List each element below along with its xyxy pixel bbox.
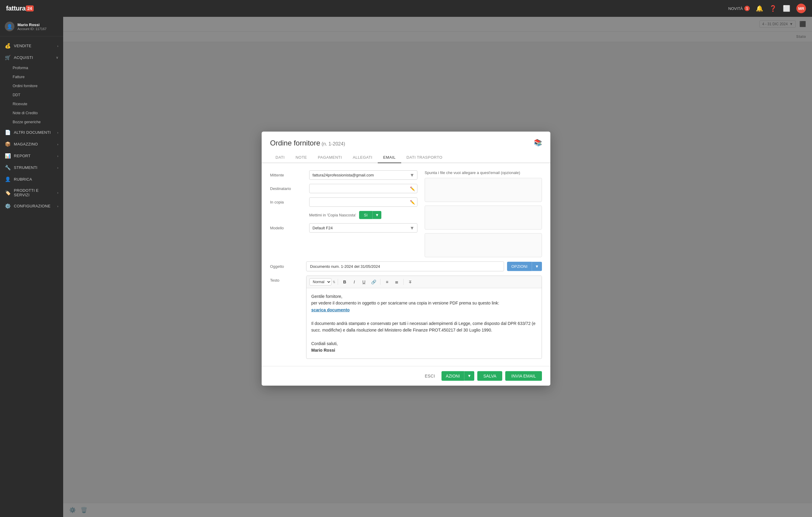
testo-editor-wrapper: Normal ⇅ B I U 🔗 ≡ ≣ T̶ xyxy=(306,276,542,359)
sidebar-sub-fatture[interactable]: Fatture xyxy=(0,72,63,82)
bcc-toggle-arrow[interactable]: ▼ xyxy=(372,211,381,219)
editor-toolbar: Normal ⇅ B I U 🔗 ≡ ≣ T̶ xyxy=(307,276,542,288)
azioni-button[interactable]: AZIONI xyxy=(441,371,464,381)
attachment-box-3 xyxy=(425,233,542,257)
destinatario-row: Destinatario ✏️ xyxy=(270,184,417,193)
rubrica-icon: 👤 xyxy=(5,177,11,182)
novita-count: 1 xyxy=(744,6,750,11)
format-select[interactable]: Normal xyxy=(310,278,331,285)
testo-row: Testo Normal ⇅ B I U xyxy=(270,276,542,359)
sidebar-item-label: VENDITE xyxy=(14,43,54,48)
salva-button[interactable]: SALVA xyxy=(477,371,502,381)
oggetto-input[interactable] xyxy=(306,262,504,271)
user-icon: 👤 xyxy=(5,22,14,31)
in-copia-label: In copia xyxy=(270,197,303,204)
sidebar-sub-ddt[interactable]: DDT xyxy=(0,90,63,99)
invia-email-button[interactable]: INVIA EMAIL xyxy=(505,371,542,381)
sidebar-item-magazzino[interactable]: 📦 MAGAZZINO › xyxy=(0,138,63,150)
sidebar-sub-proforma[interactable]: Proforma xyxy=(0,63,63,72)
unordered-list-button[interactable]: ≣ xyxy=(393,278,401,286)
destinatario-label: Destinatario xyxy=(270,184,303,191)
modello-select[interactable]: Default F24 xyxy=(309,223,417,233)
bold-button[interactable]: B xyxy=(341,278,349,286)
tab-email[interactable]: EMAIL xyxy=(378,152,401,163)
magazzino-icon: 📦 xyxy=(5,141,11,147)
mittente-select-wrapper[interactable]: fattura24professionista@gmail.com ▼ xyxy=(309,171,417,180)
oggetto-row: Oggetto OPZIONI ▼ xyxy=(270,262,542,271)
sidebar-item-label: ALTRI DOCUMENTI xyxy=(14,130,54,135)
logo[interactable]: fattura 24 xyxy=(6,4,34,12)
destinatario-field[interactable]: ✏️ xyxy=(309,184,417,193)
altri-documenti-icon: 📄 xyxy=(5,129,11,135)
sidebar-item-report[interactable]: 📊 REPORT › xyxy=(0,150,63,162)
format-select-wrapper[interactable]: Normal ⇅ xyxy=(310,278,335,285)
mittente-row: Mittente fattura24professionista@gmail.c… xyxy=(270,171,417,180)
editor-content-area[interactable]: Gentile fornitore, per vedere il documen… xyxy=(307,288,542,359)
sidebar-sub-bozze[interactable]: Bozze generiche xyxy=(0,118,63,126)
sidebar: 👤 Mario Rossi Account ID: 117167 💰 VENDI… xyxy=(0,17,63,517)
chevron-right-icon: › xyxy=(57,131,58,134)
logo-suffix: 24 xyxy=(26,5,34,11)
chevron-right-icon: › xyxy=(57,154,58,158)
modal-ordine-fornitore: Ordine fornitore (n. 1-2024) 📚 DATI NOTE… xyxy=(262,132,550,386)
testo-label: Testo xyxy=(270,276,303,282)
bcc-row: Mettimi in 'Copia Nascosta' Sì ▼ xyxy=(270,211,417,219)
sidebar-item-rubrica[interactable]: 👤 RUBRICA xyxy=(0,174,63,185)
mittente-select[interactable]: fattura24professionista@gmail.com xyxy=(309,171,417,180)
azioni-btn-group[interactable]: AZIONI ▼ xyxy=(441,371,474,381)
modal-body: Mittente fattura24professionista@gmail.c… xyxy=(262,163,550,366)
ordered-list-button[interactable]: ≡ xyxy=(383,278,391,286)
sidebar-sub-ricevute[interactable]: Ricevute xyxy=(0,99,63,109)
mittente-label: Mittente xyxy=(270,171,303,177)
layout-icon[interactable]: ⬜ xyxy=(783,5,790,12)
underline-button[interactable]: U xyxy=(360,278,368,286)
in-copia-field[interactable]: ✏️ xyxy=(309,197,417,207)
report-icon: 📊 xyxy=(5,153,11,159)
modello-select-wrapper[interactable]: Default F24 ▼ xyxy=(309,223,417,233)
notification-icon[interactable]: 🔔 xyxy=(756,5,763,12)
strumenti-icon: 🔧 xyxy=(5,165,11,171)
acquisti-icon: 🛒 xyxy=(5,55,11,60)
sidebar-item-acquisti[interactable]: 🛒 ACQUISTI ∨ xyxy=(0,52,63,63)
in-copia-input[interactable] xyxy=(309,197,417,207)
opzioni-button[interactable]: OPZIONI xyxy=(507,262,531,271)
help-icon[interactable]: ❓ xyxy=(769,5,777,12)
opzioni-btn-group[interactable]: OPZIONI ▼ xyxy=(507,262,542,271)
esci-button[interactable]: ESCI xyxy=(421,371,438,381)
modello-row: Modello Default F24 ▼ xyxy=(270,223,417,233)
italic-button[interactable]: I xyxy=(350,278,358,286)
sidebar-item-prodotti[interactable]: 🏷️ PRODOTTI E SERVIZI › xyxy=(0,185,63,200)
sidebar-item-strumenti[interactable]: 🔧 STRUMENTI › xyxy=(0,162,63,174)
tab-note[interactable]: NOTE xyxy=(290,152,313,163)
sidebar-item-label: MAGAZZINO xyxy=(14,142,54,146)
sidebar-item-label: PRODOTTI E SERVIZI xyxy=(14,188,54,197)
modal-tabs: DATI NOTE PAGAMENTI ALLEGATI EMAIL DATI … xyxy=(262,152,550,163)
sidebar-item-configurazione[interactable]: ⚙️ CONFIGURAZIONE › xyxy=(0,200,63,212)
link-button[interactable]: 🔗 xyxy=(369,278,378,286)
tab-pagamenti[interactable]: PAGAMENTI xyxy=(313,152,347,163)
editor-line-2: per vedere il documento in oggetto o per… xyxy=(311,300,537,306)
user-avatar[interactable]: MR xyxy=(796,4,806,13)
sidebar-item-vendite[interactable]: 💰 VENDITE › xyxy=(0,40,63,52)
books-icon[interactable]: 📚 xyxy=(534,139,542,147)
editor-link[interactable]: scarica documento xyxy=(311,307,350,312)
destinatario-input[interactable] xyxy=(309,184,417,193)
azioni-arrow-button[interactable]: ▼ xyxy=(464,371,474,381)
modal-footer: ESCI AZIONI ▼ SALVA INVIA EMAIL xyxy=(262,366,550,385)
sidebar-sub-ordini-fornitore[interactable]: Ordini fornitore xyxy=(0,82,63,90)
bcc-toggle[interactable]: Sì ▼ xyxy=(359,211,382,219)
sidebar-item-label: REPORT xyxy=(14,154,54,158)
tab-dati-trasporto[interactable]: DATI TRASPORTO xyxy=(401,152,448,163)
novita-badge[interactable]: NOVITÀ 1 xyxy=(728,6,750,11)
tab-dati[interactable]: DATI xyxy=(270,152,290,163)
sidebar-item-altri-documenti[interactable]: 📄 ALTRI DOCUMENTI › xyxy=(0,126,63,138)
edit-icon[interactable]: ✏️ xyxy=(410,186,415,191)
sidebar-sub-note-credito[interactable]: Note di Credito xyxy=(0,109,63,118)
clear-format-button[interactable]: T̶ xyxy=(406,278,414,286)
sidebar-item-label: ACQUISTI xyxy=(14,55,53,60)
attachment-box-2 xyxy=(425,206,542,230)
edit-icon[interactable]: ✏️ xyxy=(410,200,415,204)
bcc-toggle-btn[interactable]: Sì xyxy=(359,211,372,219)
tab-allegati[interactable]: ALLEGATI xyxy=(347,152,378,163)
opzioni-arrow-button[interactable]: ▼ xyxy=(532,262,542,271)
